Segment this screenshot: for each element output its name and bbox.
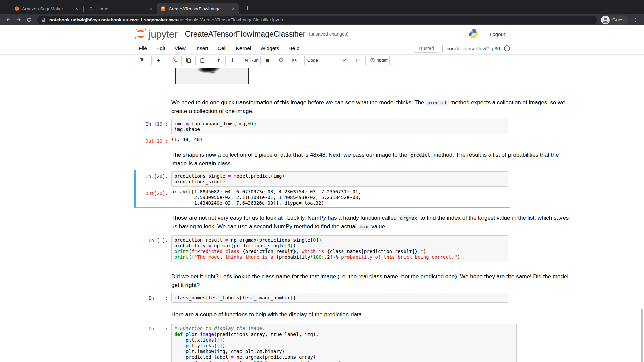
notebook-container: We need to do one quick transformation o… [0, 66, 644, 362]
code-input[interactable]: class_names[test_labels[test_image_numbe… [171, 293, 508, 303]
url-path: /notebooks/CreateATensorFlowImageClassif… [177, 17, 283, 22]
code-cell[interactable]: In [ ]:class_names[test_labels[test_imag… [134, 291, 510, 304]
input-prompt [137, 98, 171, 116]
code-cell[interactable]: In [20]:predictions_single = model.predi… [134, 170, 510, 208]
interrupt-kernel-button[interactable] [261, 56, 274, 65]
menu-item-help[interactable]: Help [284, 43, 304, 53]
move-cell-down-button[interactable] [226, 56, 239, 65]
code-input[interactable]: prediction_result = np.argmax(prediction… [171, 235, 508, 262]
menu-item-insert[interactable]: Insert [191, 43, 213, 53]
markdown-text[interactable]: Here are a couple of functions to help w… [171, 310, 508, 319]
menu-item-edit[interactable]: Edit [152, 43, 170, 53]
code-input[interactable]: predictions_single = model.predict(img)p… [171, 171, 508, 187]
code-token: Here are a couple of functions to help w… [171, 311, 363, 318]
code-token: img.shape [174, 127, 200, 132]
restart-run-all-button[interactable] [288, 56, 302, 65]
markdown-text[interactable]: Did we get it right? Let's lookup the cl… [171, 272, 568, 290]
cut-cell-button[interactable] [168, 56, 182, 65]
jupyter-favicon [88, 6, 94, 11]
code-token: max [358, 224, 370, 230]
markdown-cell[interactable]: Those are not not very easy for us to lo… [134, 211, 510, 233]
browser-menu-icon[interactable]: ⋮ [630, 17, 641, 23]
tab-notebook-active[interactable]: CreateATensorFlowImageClass × [157, 3, 239, 14]
reload-button[interactable] [23, 15, 34, 25]
output-text: (1, 48, 48) [171, 136, 508, 144]
lock-icon [41, 17, 46, 23]
copy-icon [186, 58, 191, 63]
jupyter-wordmark: jupyter [149, 28, 178, 40]
menu-item-view[interactable]: View [170, 43, 191, 53]
markdown-text[interactable]: We need to do one quick transformation o… [171, 98, 565, 116]
input-row: We need to do one quick transformation o… [137, 98, 508, 116]
add-cell-button[interactable] [151, 56, 165, 65]
back-button[interactable] [3, 15, 13, 25]
reload-icon [26, 17, 32, 23]
menu-item-kernel[interactable]: Kernel [231, 43, 256, 53]
code-token: = [208, 243, 211, 248]
menu-item-cell[interactable]: Cell [213, 43, 231, 53]
code-cell[interactable]: In [ ]:# Function to display the image:d… [134, 322, 510, 362]
new-tab-button[interactable]: + [243, 4, 252, 12]
code-input[interactable]: # Function to display the image:def plot… [171, 324, 517, 362]
menu-item-file[interactable]: File [134, 43, 152, 53]
url-field[interactable]: notebook-udtwigjh8cys.notebook.us-east-1… [37, 16, 597, 24]
code-token: ) [457, 254, 460, 260]
input-prompt: In [20]: [137, 171, 171, 187]
code-token: :.2f} [321, 254, 335, 260]
tab-close-icon[interactable]: × [230, 6, 236, 12]
markdown-cell[interactable]: The shape is now a collection of 1 piece… [134, 148, 510, 170]
code-token: = [225, 237, 228, 243]
paste-cell-button[interactable] [196, 56, 209, 65]
save-button[interactable] [135, 56, 149, 65]
code-token [262, 360, 265, 362]
paste-icon [200, 58, 205, 63]
tab-amazon-sagemaker[interactable]: Amazon SageMaker × [10, 3, 83, 14]
code-cell[interactable]: In [ ]:prediction_result = np.argmax(pre… [134, 234, 510, 264]
tab-separator [83, 6, 84, 12]
code-token: predictions_single [174, 173, 228, 179]
trusted-badge[interactable]: Trusted [414, 44, 438, 53]
notebook-title[interactable]: CreateATensorFlowImageClassifier [185, 29, 306, 39]
figure-cell[interactable] [134, 66, 510, 86]
input-row: In [ ]:class_names[test_labels[test_imag… [137, 293, 508, 303]
move-cell-up-button[interactable] [212, 56, 226, 65]
jupyter-header: jupyter CreateATensorFlowImageClassifier… [0, 25, 644, 42]
cell-type-select[interactable]: Code [304, 56, 349, 65]
forward-button[interactable] [13, 15, 23, 25]
logout-button[interactable]: Logout [485, 29, 510, 39]
markdown-line: Did we get it right? Let's lookup the cl… [171, 272, 568, 281]
command-palette-button[interactable] [352, 56, 366, 65]
markdown-cell[interactable]: Did we get it right? Let's lookup the cl… [134, 270, 510, 291]
jupyter-logo[interactable]: jupyter [134, 28, 178, 40]
input-row: In [ ]:prediction_result = np.argmax(pre… [137, 235, 508, 262]
nbdiff-label: nbdiff [377, 58, 388, 63]
tab-close-icon[interactable]: × [148, 6, 154, 12]
run-cell-button[interactable]: Run [242, 56, 261, 65]
markdown-cell[interactable]: We need to do one quick transformation o… [134, 96, 510, 117]
tab-close-icon[interactable]: × [74, 6, 80, 12]
code-token: = [231, 354, 234, 360]
nbdiff-button[interactable]: nbdiff [368, 56, 390, 65]
markdown-text[interactable]: The shape is now a collection of 1 piece… [171, 150, 559, 168]
code-token: ." [418, 249, 423, 254]
code-token: = [186, 121, 189, 126]
markdown-cell[interactable]: Here are a couple of functions to help w… [134, 308, 510, 321]
code-input[interactable]: img = (np.expand_dims(img,0))img.shape [171, 119, 508, 134]
code-token: plt.imshow(img, cmap [174, 349, 242, 354]
scrollbar-thumb[interactable] [641, 309, 643, 362]
code-token: Luckily, NumPy has a handy function call… [286, 215, 398, 221]
markdown-line: image is a certain class. [171, 159, 559, 168]
restart-kernel-button[interactable] [274, 56, 288, 65]
code-token: np.argmax(predictions_array) [234, 354, 316, 360]
notebook: We need to do one quick transformation o… [134, 66, 510, 362]
markdown-text[interactable]: Those are not not very easy for us to lo… [171, 213, 569, 231]
save-status: (unsaved changes) [309, 31, 348, 37]
plus-icon [156, 58, 161, 63]
code-token: = [248, 360, 251, 362]
browser-profile-button[interactable]: Guest [600, 15, 628, 25]
code-cell[interactable]: In [19]:img = (np.expand_dims(img,0))img… [134, 117, 510, 145]
copy-cell-button[interactable] [182, 56, 196, 65]
code-token: predict [426, 100, 449, 106]
menu-item-widgets[interactable]: Widgets [256, 43, 284, 53]
tab-home[interactable]: Home × [84, 3, 157, 14]
